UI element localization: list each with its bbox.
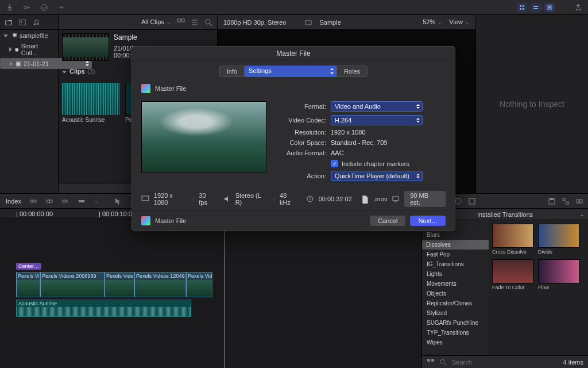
svg-rect-18 <box>30 200 33 202</box>
effects-category[interactable]: Blurs <box>422 230 489 240</box>
dual-boxes-icon[interactable] <box>575 197 583 205</box>
clapper-icon[interactable] <box>5 18 13 26</box>
effects-item[interactable]: Cross Dissolve <box>492 224 533 255</box>
insert-icon[interactable] <box>45 197 53 205</box>
effects-category[interactable]: 360° <box>422 220 489 230</box>
library-root[interactable]: ✱samplefile <box>0 30 58 41</box>
effects-item[interactable]: Flow <box>538 259 579 290</box>
effects-item[interactable]: Divide <box>538 224 579 255</box>
video-track: Pexels Vi…Pexels Videos 2098989Pexels Vi… <box>16 272 212 297</box>
browser-header: All Clips ⌄ <box>59 15 217 30</box>
effects-category[interactable]: Fast Pop <box>422 250 489 259</box>
effects-search-input[interactable] <box>452 359 498 366</box>
clip-item[interactable]: Pexels Vid…s 1204911 <box>125 83 183 123</box>
search-icon <box>439 358 447 366</box>
playhead[interactable] <box>224 219 225 368</box>
browser-filter[interactable]: All Clips ⌄ <box>141 18 171 26</box>
project-hero[interactable]: Sample 21/01/21 00:00:32 <box>62 33 214 61</box>
layout-button-3[interactable] <box>544 3 555 12</box>
clip-browser: All Clips ⌄ Sample 21/01/21 00:00:32 Cli… <box>59 15 217 193</box>
effects-count: 4 items <box>563 359 583 366</box>
save-icon[interactable] <box>548 197 556 205</box>
svg-point-13 <box>37 22 39 25</box>
effects-category[interactable]: SUGARfx Punchline <box>422 318 489 328</box>
fx-icon-2[interactable] <box>440 197 448 205</box>
append-icon[interactable] <box>61 197 69 205</box>
fx-icon-4[interactable] <box>468 197 476 205</box>
effects-item-grid: Cross DissolveDivideFade To ColorFlow <box>489 220 588 355</box>
effects-category[interactable]: Replicator/Clones <box>422 298 489 308</box>
search-icon[interactable] <box>204 18 212 26</box>
check-circle-icon[interactable] <box>40 3 48 12</box>
effects-category[interactable]: Stylized <box>422 308 489 318</box>
video-clip[interactable]: Pexels Vide… <box>105 272 134 297</box>
layout-buttons <box>517 3 555 12</box>
effects-category[interactable]: Objects <box>422 289 489 298</box>
effects-title[interactable]: Installed Transitions⌄ <box>422 209 588 220</box>
audio-clip[interactable]: Acoustic Sunrise <box>16 300 191 317</box>
connect-icon[interactable] <box>29 197 37 205</box>
photo-icon[interactable] <box>18 18 26 26</box>
video-clip[interactable]: Pexels Videos 1204911 <box>134 272 186 297</box>
layout-button-2[interactable] <box>531 3 541 12</box>
grid-icon[interactable] <box>427 358 435 366</box>
timeline-ruler[interactable]: | 00:00:00:00 | 00:00:10:00 <box>0 209 421 219</box>
effects-toolbar <box>422 194 588 209</box>
svg-rect-10 <box>20 20 26 25</box>
fx-icon-1[interactable] <box>427 197 435 205</box>
svg-point-16 <box>206 20 210 24</box>
timeline-body[interactable]: Center… Pexels Vi…Pexels Videos 2098989P… <box>0 219 421 368</box>
view-menu[interactable]: View ⌄ <box>449 18 470 26</box>
key-icon[interactable] <box>23 3 31 12</box>
svg-rect-17 <box>305 21 311 25</box>
fx-icon-3[interactable] <box>454 197 462 205</box>
svg-rect-29 <box>577 200 579 203</box>
import-icon[interactable] <box>6 3 14 12</box>
svg-point-23 <box>455 198 461 204</box>
sidebar-toolbar <box>0 15 58 30</box>
clip-item[interactable]: Acoustic Sunrise <box>62 83 119 123</box>
index-button[interactable]: Index <box>6 198 21 205</box>
overwrite-icon[interactable] <box>78 197 86 205</box>
video-thumb <box>125 83 183 115</box>
effects-category[interactable]: Dissolves <box>422 240 489 250</box>
effects-category[interactable]: IG_Transitions <box>422 259 489 269</box>
svg-rect-2 <box>520 5 521 7</box>
arrow-icon[interactable] <box>57 3 65 12</box>
svg-rect-26 <box>550 198 554 200</box>
zoom-menu[interactable]: 52% ⌄ <box>423 18 442 26</box>
list-view-icon[interactable] <box>191 18 199 26</box>
viewer-canvas[interactable] <box>218 30 475 193</box>
app-toolbar <box>0 0 588 15</box>
effects-category[interactable]: TYP_Transitions <box>422 328 489 338</box>
video-clip[interactable]: Pexels Vid… <box>186 272 212 297</box>
timeline-panel: Index ⌄ ⌄ | 00:00:00:00 | 00:00:10:00 Ce… <box>0 194 421 368</box>
effects-category[interactable]: Lights <box>422 269 489 279</box>
viewer-format: 1080p HD 30p, Stereo <box>223 19 286 26</box>
sidebar-item-smart[interactable]: ■Smart Coll… <box>0 41 58 58</box>
viewer-panel: 1080p HD 30p, Stereo Sample 52% ⌄ View ⌄ <box>217 15 475 193</box>
viewer-name: Sample <box>319 19 341 26</box>
share-icon[interactable] <box>574 3 582 12</box>
layout-button-1[interactable] <box>517 3 527 12</box>
svg-point-0 <box>24 6 27 9</box>
select-tool-icon[interactable] <box>114 197 122 205</box>
effects-category[interactable]: Wipes <box>422 338 489 347</box>
svg-rect-19 <box>34 200 36 202</box>
svg-rect-6 <box>533 6 538 7</box>
inspector-empty: Nothing to Inspect <box>500 99 564 109</box>
video-clip[interactable]: Pexels Vi… <box>16 272 40 297</box>
effects-browser: Installed Transitions⌄ 360°BlursDissolve… <box>421 194 588 368</box>
grid-view-icon[interactable] <box>177 18 185 26</box>
svg-point-12 <box>34 23 36 25</box>
svg-rect-14 <box>177 19 180 22</box>
music-icon[interactable] <box>32 18 40 26</box>
effects-category[interactable]: Movements <box>422 279 489 289</box>
svg-rect-22 <box>79 200 84 202</box>
viewer-header: 1080p HD 30p, Stereo Sample 52% ⌄ View ⌄ <box>218 15 475 30</box>
inspector-panel: Nothing to Inspect <box>475 15 588 193</box>
effects-item[interactable]: Fade To Color <box>492 259 533 290</box>
boxes-icon[interactable] <box>562 197 570 205</box>
marker-chip[interactable]: Center… <box>16 263 41 270</box>
video-clip[interactable]: Pexels Videos 2098989 <box>40 272 105 297</box>
